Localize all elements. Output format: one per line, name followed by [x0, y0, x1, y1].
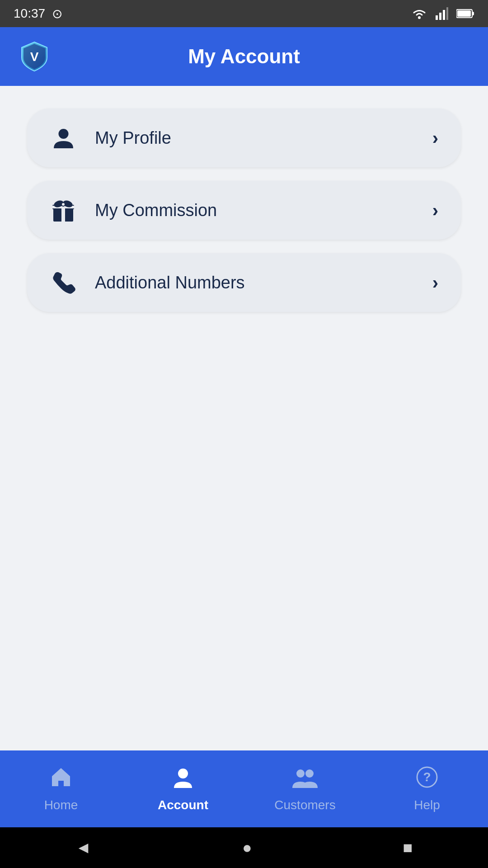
- app-header: V My Account: [0, 27, 488, 86]
- page-title: My Account: [188, 45, 300, 68]
- svg-point-9: [58, 129, 68, 139]
- customers-icon: [291, 765, 319, 794]
- chevron-right-icon-2: ›: [432, 200, 438, 221]
- status-bar-left: 10:37 ⊙: [14, 6, 62, 21]
- wifi-icon: [411, 7, 427, 20]
- svg-text:?: ?: [423, 770, 431, 784]
- nav-customers[interactable]: Customers: [244, 761, 366, 817]
- nav-home[interactable]: Home: [0, 761, 122, 817]
- nav-help[interactable]: ? Help: [366, 761, 488, 817]
- account-icon: [171, 765, 195, 794]
- my-profile-label: My Profile: [95, 128, 432, 148]
- status-bar-right: [411, 7, 474, 20]
- home-icon: [49, 765, 73, 794]
- my-profile-item[interactable]: My Profile ›: [27, 108, 461, 167]
- main-content: My Profile › M: [0, 86, 488, 750]
- chevron-right-icon-3: ›: [432, 273, 438, 293]
- back-button[interactable]: ◄: [75, 838, 92, 857]
- android-nav-bar: ◄ ● ■: [0, 827, 488, 868]
- bottom-nav: Home Account Customers ?: [0, 750, 488, 827]
- gift-icon: [50, 198, 77, 223]
- person-icon: [50, 126, 77, 151]
- help-icon: ?: [415, 765, 439, 794]
- svg-point-17: [62, 203, 65, 206]
- nav-account-label: Account: [158, 798, 208, 812]
- nav-home-label: Home: [44, 798, 78, 812]
- svg-point-18: [178, 769, 188, 778]
- app-logo-icon: V: [18, 40, 51, 73]
- svg-rect-2: [439, 13, 441, 20]
- my-commission-item[interactable]: My Commission ›: [27, 181, 461, 240]
- chevron-right-icon: ›: [432, 128, 438, 148]
- circle-icon: ⊙: [52, 6, 62, 21]
- status-bar: 10:37 ⊙: [0, 0, 488, 27]
- svg-point-19: [296, 769, 305, 778]
- phone-icon: [50, 270, 77, 295]
- svg-rect-1: [436, 15, 438, 20]
- svg-rect-7: [457, 10, 471, 17]
- nav-account[interactable]: Account: [122, 761, 244, 817]
- svg-rect-3: [443, 10, 445, 20]
- svg-point-0: [418, 16, 421, 19]
- svg-rect-6: [472, 12, 474, 15]
- additional-numbers-label: Additional Numbers: [95, 273, 432, 292]
- svg-rect-4: [446, 7, 448, 20]
- home-button[interactable]: ●: [242, 838, 252, 857]
- my-commission-label: My Commission: [95, 201, 432, 220]
- nav-help-label: Help: [414, 798, 440, 812]
- svg-point-20: [305, 769, 314, 778]
- additional-numbers-item[interactable]: Additional Numbers ›: [27, 253, 461, 312]
- recents-button[interactable]: ■: [403, 838, 413, 857]
- battery-icon: [456, 9, 474, 19]
- nav-customers-label: Customers: [274, 798, 335, 812]
- time-display: 10:37: [14, 6, 45, 21]
- signal-icon: [436, 7, 448, 20]
- svg-text:V: V: [30, 50, 39, 64]
